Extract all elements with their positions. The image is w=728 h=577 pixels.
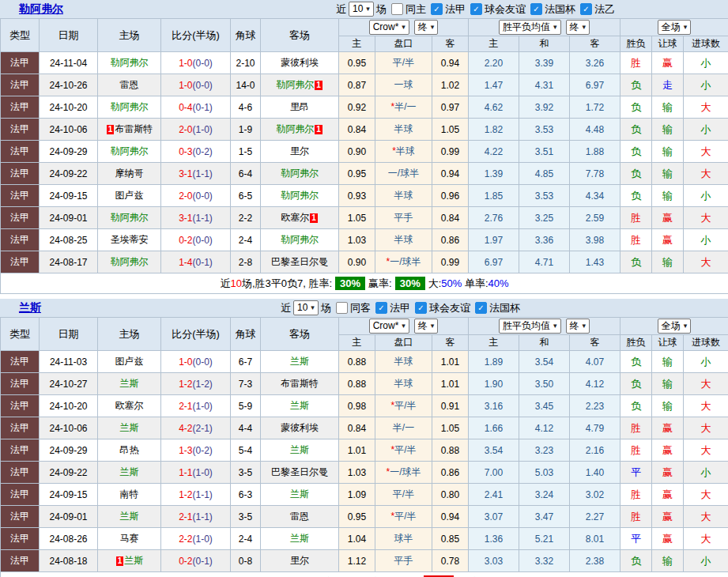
handicap-line: 球半 [394,533,413,544]
away-team-cell[interactable]: 巴黎圣日尔曼 [261,462,339,484]
away-team-cell[interactable]: 兰斯 [261,351,339,373]
match-row: 法甲24-11-03图卢兹1-0(0-0)6-7兰斯0.88半球1.011.89… [1,351,728,373]
odds-source-dropdown-value: Crow* [373,21,399,34]
away-team-name: 勒阿弗尔 [281,234,319,245]
league-checkbox[interactable]: ✓ [415,302,427,314]
league-checkbox[interactable]: ✓ [470,3,482,15]
europe-odds-dropdown[interactable]: 胜平负均值▾ [499,319,561,334]
home-team-cell[interactable]: 勒阿弗尔 [98,251,161,273]
match-row: 法甲24-09-29昂热1-3(0-2)5-4兰斯1.01*平/半0.883.5… [1,439,728,462]
home-team-name: 兰斯 [120,378,139,389]
away-team-cell[interactable]: 欧塞尔1 [261,207,339,229]
league-checkbox[interactable]: ✓ [530,3,542,15]
away-team-cell[interactable]: 勒阿弗尔1 [261,119,339,141]
goals-over-under-cell: 大 [684,207,728,229]
odds-final-dropdown[interactable]: 终▾ [414,319,439,334]
home-team-cell[interactable]: 摩纳哥 [98,163,161,185]
home-team-cell[interactable]: 雷恩 [98,74,161,96]
home-team-cell[interactable]: 图卢兹 [98,351,161,373]
home-team-cell[interactable]: 勒阿弗尔 [98,141,161,163]
away-team-cell[interactable]: 巴黎圣日尔曼 [261,251,339,273]
away-team-cell[interactable]: 兰斯 [261,484,339,506]
odds-source-dropdown[interactable]: Crow*▾ [369,20,409,35]
league-checkbox[interactable]: ✓ [580,3,592,15]
summary-segment: 30% [395,277,425,290]
away-team-cell[interactable]: 里尔 [261,141,339,163]
home-team-cell[interactable]: 兰斯 [98,373,161,395]
team-title-link[interactable]: 勒阿弗尔 [19,2,63,17]
europe-lose-odds-cell: 2.38 [570,550,620,572]
away-team-cell[interactable]: 勒阿弗尔 [261,185,339,207]
games-count-dropdown[interactable]: 10▾ [293,300,319,315]
away-team-cell[interactable]: 里尔 [261,550,339,572]
score-cell: 1-0(0-0) [161,74,231,96]
away-team-cell[interactable]: 蒙彼利埃 [261,52,339,74]
europe-win-odds-cell: 3.16 [469,395,519,417]
away-team-cell[interactable]: 兰斯 [261,395,339,417]
home-team-cell[interactable]: 昂热 [98,439,161,462]
home-team-name: 勒阿弗尔 [111,212,149,223]
away-team-cell[interactable]: 勒阿弗尔 [261,163,339,185]
league-checkbox[interactable]: ✓ [375,302,387,314]
home-team-cell[interactable]: 圣埃蒂安 [98,229,161,251]
scope-dropdown[interactable]: 全场▾ [658,20,692,35]
europe-odds-dropdown[interactable]: 胜平负均值▾ [499,20,561,35]
away-team-cell[interactable]: 兰斯 [261,528,339,550]
away-team-cell[interactable]: 勒阿弗尔 [261,229,339,251]
league-type-cell: 法甲 [1,141,40,163]
odds-source-dropdown[interactable]: Crow*▾ [369,319,409,334]
date-cell: 24-11-03 [40,351,98,373]
date-cell: 24-10-20 [40,395,98,417]
handicap-line-cell: 半/一 [375,417,432,439]
same-venue-checkbox[interactable] [336,302,348,314]
home-team-cell[interactable]: 南特 [98,484,161,506]
europe-lose-odds-cell: 4.07 [570,351,620,373]
score-cell: 0-2(0-1) [161,550,231,572]
away-team-cell[interactable]: 蒙彼利埃 [261,417,339,439]
away-team-name: 兰斯 [290,533,309,544]
goals-over-under-cell: 小 [684,351,728,373]
home-team-cell[interactable]: 勒阿弗尔 [98,207,161,229]
europe-lose-odds-cell: 3.98 [570,229,620,251]
home-team-cell[interactable]: 勒阿弗尔 [98,52,161,74]
europe-draw-odds-cell: 4.71 [519,251,570,273]
sub-column-header: 进球数 [684,36,728,52]
away-team-cell[interactable]: 兰斯 [261,439,339,462]
home-team-cell[interactable]: 勒阿弗尔 [98,96,161,119]
home-team-cell[interactable]: 欧塞尔 [98,395,161,417]
europe-final-dropdown[interactable]: 终▾ [566,319,590,334]
home-team-name: 欧塞尔 [115,400,144,411]
match-row: 法甲24-10-27兰斯1-2(1-2)7-3布雷斯特0.88半球1.011.9… [1,373,728,395]
handicap-away-odds-cell: 0.97 [432,96,469,119]
handicap-home-odds-cell: 0.95 [339,163,375,185]
team-title-link[interactable]: 兰斯 [19,301,41,315]
date-cell: 24-09-22 [40,462,98,484]
handicap-home-odds-cell: 0.92 [339,96,375,119]
odds-final-dropdown[interactable]: 终▾ [414,20,439,35]
handicap-result-cell: 输 [652,163,684,185]
home-team-cell[interactable]: 1布雷斯特 [98,119,161,141]
score-cell: 1-2(1-1) [161,484,231,506]
home-team-cell[interactable]: 马赛 [98,528,161,550]
home-team-cell[interactable]: 图卢兹 [98,185,161,207]
europe-final-dropdown[interactable]: 终▾ [566,20,590,35]
away-team-cell[interactable]: 雷恩 [261,506,339,528]
column-header: 角球 [231,318,261,351]
games-count-dropdown[interactable]: 10▾ [349,2,374,17]
league-checkbox[interactable]: ✓ [475,302,487,314]
home-team-name: 勒阿弗尔 [111,145,149,157]
away-team-cell[interactable]: 里昂 [261,96,339,119]
same-venue-checkbox[interactable] [391,3,403,15]
home-team-name: 南特 [120,488,139,500]
away-team-cell[interactable]: 勒阿弗尔1 [261,74,339,96]
home-team-cell[interactable]: 兰斯 [98,506,161,528]
home-team-cell[interactable]: 1兰斯 [98,550,161,572]
handicap-away-odds-cell: 0.85 [432,528,469,550]
scope-dropdown[interactable]: 全场▾ [658,319,692,334]
handicap-line-cell: *平/半 [375,395,432,417]
home-team-cell[interactable]: 兰斯 [98,462,161,484]
away-team-cell[interactable]: 布雷斯特 [261,373,339,395]
league-checkbox[interactable]: ✓ [431,3,443,15]
europe-draw-odds-cell: 3.51 [519,141,570,163]
home-team-cell[interactable]: 兰斯 [98,417,161,439]
